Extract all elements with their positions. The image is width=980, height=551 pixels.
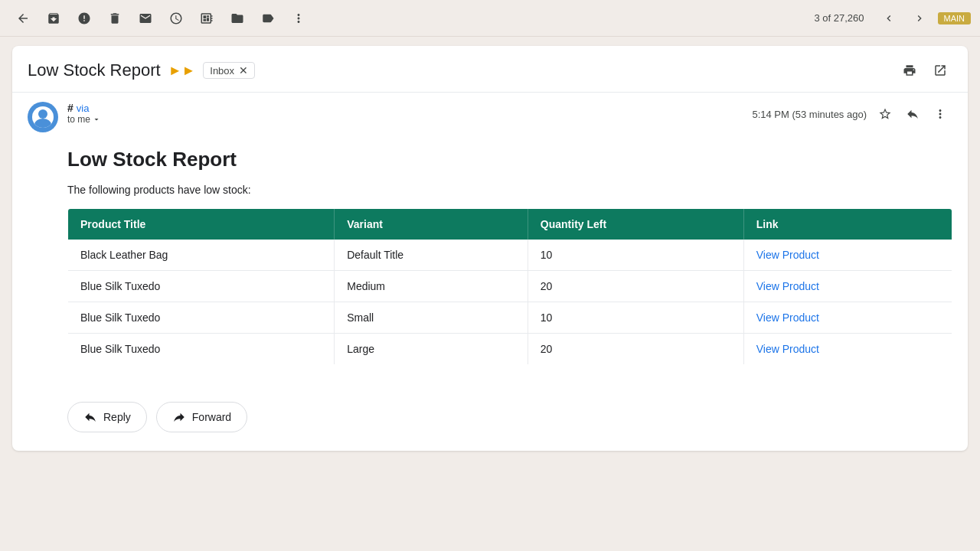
col-header-link: Link <box>743 209 952 240</box>
label-main-chip[interactable]: MAIN <box>938 12 972 24</box>
table-row: Black Leather BagDefault Title10View Pro… <box>68 240 952 271</box>
report-spam-button[interactable] <box>70 5 98 32</box>
add-task-button[interactable] <box>193 5 220 32</box>
table-cell-quantity: 20 <box>528 334 743 365</box>
view-product-link[interactable]: View Product <box>756 343 819 355</box>
view-product-link[interactable]: View Product <box>756 311 819 324</box>
action-buttons: Reply Forward <box>12 383 968 451</box>
email-time: 5:14 PM (53 minutes ago) <box>752 109 867 120</box>
email-heading: Low Stock Report <box>67 148 952 171</box>
table-cell-product: Blue Silk Tuxedo <box>68 302 335 334</box>
email-counter: 3 of 27,260 <box>814 12 864 24</box>
col-header-product: Product Title <box>68 209 335 240</box>
email-body: Low Stock Report The following products … <box>12 142 968 383</box>
sender-row: # via to me 5:14 PM (53 minutes ago) <box>12 93 968 142</box>
table-cell-link: View Product <box>743 334 952 365</box>
snooze-button[interactable] <box>162 5 190 32</box>
col-header-quantity: Quantity Left <box>528 209 743 240</box>
view-product-link[interactable]: View Product <box>756 280 819 292</box>
inbox-badge: Inbox ✕ <box>203 62 255 79</box>
table-header-row: Product Title Variant Quantity Left Link <box>68 209 952 240</box>
table-cell-quantity: 10 <box>528 240 743 271</box>
inbox-badge-close[interactable]: ✕ <box>239 64 248 77</box>
prev-email-button[interactable] <box>877 6 901 31</box>
table-cell-variant: Small <box>335 302 528 334</box>
table-row: Blue Silk TuxedoLarge20View Product <box>68 334 952 365</box>
table-row: Blue Silk TuxedoSmall10View Product <box>68 302 952 334</box>
stock-table: Product Title Variant Quantity Left Link… <box>67 208 952 365</box>
table-cell-product: Black Leather Bag <box>68 240 335 271</box>
email-header: Low Stock Report ►► Inbox ✕ <box>12 46 968 93</box>
table-cell-link: View Product <box>743 271 952 302</box>
table-cell-quantity: 20 <box>528 271 743 302</box>
email-container: Low Stock Report ►► Inbox ✕ # via <box>12 46 968 451</box>
print-button[interactable] <box>897 58 922 83</box>
reply-button-label: Reply <box>103 411 131 423</box>
forward-button[interactable]: Forward <box>156 402 247 432</box>
table-cell-variant: Default Title <box>335 240 528 271</box>
star-button[interactable] <box>873 102 897 126</box>
move-button[interactable] <box>224 5 251 32</box>
table-cell-variant: Medium <box>335 271 528 302</box>
open-in-new-button[interactable] <box>928 58 952 83</box>
table-cell-product: Blue Silk Tuxedo <box>68 334 335 365</box>
table-cell-link: View Product <box>743 240 952 271</box>
avatar <box>28 102 58 132</box>
labels-button[interactable] <box>254 5 282 32</box>
reply-icon-button[interactable] <box>900 102 925 126</box>
archive-button[interactable] <box>40 5 67 32</box>
reply-button[interactable]: Reply <box>67 402 147 432</box>
sender-via-link[interactable]: via <box>77 103 90 114</box>
forward-button-label: Forward <box>192 411 231 423</box>
toolbar: 3 of 27,260 MAIN <box>0 0 980 37</box>
inbox-badge-label: Inbox <box>210 65 234 77</box>
email-subject: Low Stock Report <box>28 60 161 80</box>
table-cell-link: View Product <box>743 302 952 334</box>
table-cell-variant: Large <box>335 334 528 365</box>
mark-unread-button[interactable] <box>132 5 159 32</box>
more-email-options-button[interactable] <box>928 102 952 126</box>
col-header-variant: Variant <box>335 209 528 240</box>
table-cell-quantity: 10 <box>528 302 743 334</box>
more-options-button[interactable] <box>285 5 312 32</box>
sender-info: # via to me <box>67 102 743 125</box>
table-cell-product: Blue Silk Tuxedo <box>68 271 335 302</box>
delete-button[interactable] <box>101 5 129 32</box>
to-me-label[interactable]: to me <box>67 114 743 125</box>
back-button[interactable] <box>9 5 37 32</box>
view-product-link[interactable]: View Product <box>756 249 819 261</box>
forward-arrow-icon: ►► <box>168 63 196 79</box>
email-subtitle: The following products have low stock: <box>67 184 952 196</box>
table-row: Blue Silk TuxedoMedium20View Product <box>68 271 952 302</box>
sender-hash: # <box>67 102 74 114</box>
next-email-button[interactable] <box>907 6 932 31</box>
